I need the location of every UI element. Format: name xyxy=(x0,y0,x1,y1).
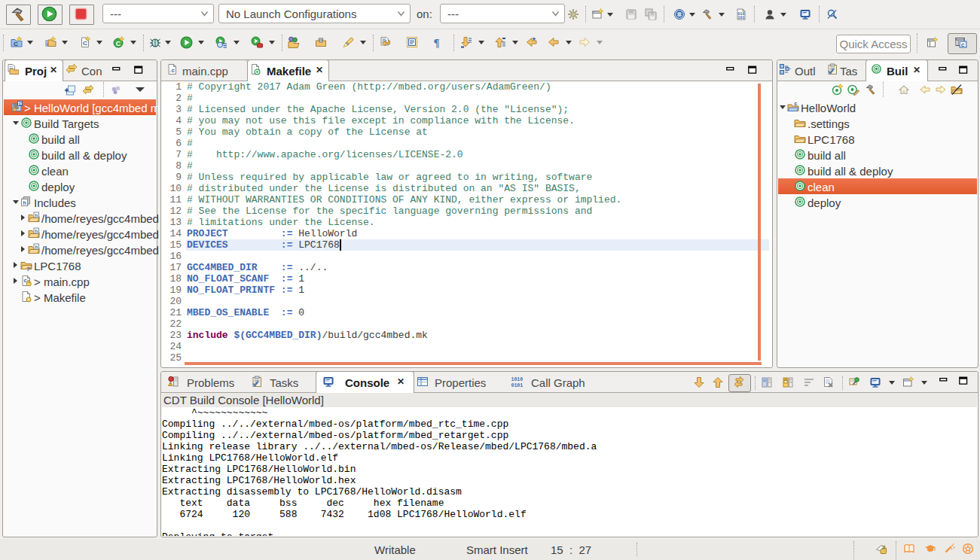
svg-text:C: C xyxy=(961,43,965,47)
svg-text:h: h xyxy=(23,200,26,205)
svg-text:h: h xyxy=(35,229,38,233)
svg-text:C: C xyxy=(14,41,18,47)
svg-text:C: C xyxy=(116,40,121,47)
svg-text:C: C xyxy=(83,40,87,47)
svg-text:0101: 0101 xyxy=(511,383,524,388)
svg-text:h: h xyxy=(35,245,38,249)
svg-text:¶: ¶ xyxy=(434,37,440,49)
svg-text:?: ? xyxy=(26,266,30,272)
svg-text:c: c xyxy=(172,67,176,74)
svg-text:1010: 1010 xyxy=(511,377,524,382)
svg-text:c: c xyxy=(795,101,798,106)
svg-text:h: h xyxy=(35,213,38,218)
svg-text:101: 101 xyxy=(738,16,745,20)
svg-text:C: C xyxy=(19,102,22,106)
